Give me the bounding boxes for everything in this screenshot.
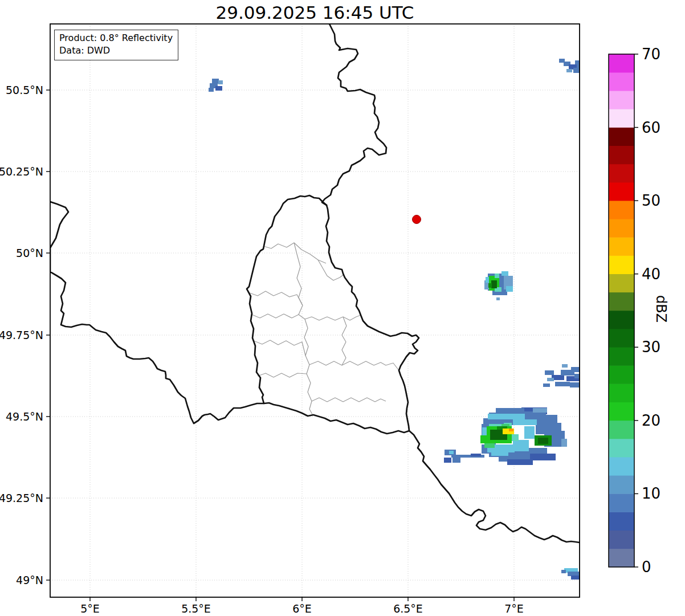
colorbar-segment [609, 72, 634, 91]
radar-echo-cell [491, 451, 508, 456]
radar-echo-cell [530, 454, 556, 460]
radar-echo-cell [571, 367, 580, 372]
radar-echo-cell [495, 274, 499, 278]
radar-echo-cell [444, 458, 451, 463]
radar-echo-cell [543, 384, 550, 387]
colorbar-segment [609, 549, 634, 568]
plot-background [50, 24, 580, 597]
product-info-line1: Product: 0.8° Reflectivity [59, 32, 173, 44]
radar-echo-cell [555, 382, 570, 386]
radar-echo-cell [538, 438, 548, 444]
radar-echo-cell [566, 69, 572, 72]
colorbar-segment [609, 439, 634, 458]
radar-echo-cell [218, 80, 223, 84]
radar-echo-cell [570, 382, 580, 387]
colorbar-segment [609, 475, 634, 494]
product-info-line2: Data: DWD [59, 44, 173, 57]
radar-echo-cell [488, 414, 525, 419]
colorbar-segment [609, 292, 634, 311]
radar-echo-cell [506, 286, 513, 292]
radar-echo-cell [501, 271, 508, 276]
radar-echo-cell [496, 297, 500, 300]
colorbar-tick-label: 30 [642, 338, 660, 356]
radar-echo-cell [452, 456, 460, 463]
radar-echo-cell [561, 439, 567, 447]
radar-echo-cell [507, 459, 533, 465]
radar-echo-cell [524, 426, 535, 439]
y-tick-label: 50°N [16, 247, 43, 259]
map-canvas: 5°E5.5°E6°E6.5°E7°E50.5°N50.25°N50°N49.7… [0, 0, 685, 616]
y-tick-label: 49.25°N [0, 492, 43, 504]
x-tick-label: 6.5°E [393, 602, 423, 615]
radar-echo-cell [509, 429, 513, 431]
colorbar-segment [609, 164, 634, 183]
colorbar-segment [609, 365, 634, 384]
colorbar-segment [609, 255, 634, 274]
radar-echo-cell [471, 454, 481, 456]
colorbar-tick-label: 20 [642, 412, 660, 429]
y-tick-label: 49°N [16, 574, 43, 586]
radar-echo-cell [561, 570, 566, 573]
colorbar-tick-label: 70 [642, 46, 660, 63]
colorbar-segment [609, 54, 634, 73]
radar-echo-cell [547, 378, 554, 381]
colorbar-segment [609, 457, 634, 476]
radar-echo-cell [545, 370, 554, 375]
colorbar-segment [609, 421, 634, 439]
colorbar-tick-label: 0 [642, 558, 651, 576]
colorbar-segment [609, 201, 634, 219]
x-tick-label: 5°E [80, 602, 100, 615]
colorbar-tick-label: 40 [642, 266, 660, 283]
radar-echo-cell [513, 440, 529, 451]
y-tick-label: 49.5°N [6, 410, 43, 423]
colorbar-segment [609, 493, 634, 512]
radar-echo-cell [562, 364, 568, 368]
colorbar-segment [609, 402, 634, 421]
colorbar-segment [609, 329, 634, 348]
radar-echo-cell [212, 79, 219, 84]
radar-figure: 29.09.2025 16:45 UTC Product: 0.8° Refle… [0, 0, 685, 616]
radar-echo-cell [209, 88, 214, 92]
y-tick-label: 49.75°N [0, 329, 43, 341]
colorbar-segment [609, 512, 634, 531]
colorbar-segment [609, 384, 634, 402]
y-tick-label: 50.25°N [0, 165, 43, 178]
colorbar-segment [609, 219, 634, 238]
colorbar-segment [609, 530, 634, 549]
colorbar-tick-label: 10 [642, 485, 660, 502]
radar-echo-cell [574, 374, 580, 378]
colorbar-segment [609, 182, 634, 201]
x-tick-label: 6°E [292, 602, 312, 615]
radar-echo-cell [571, 576, 580, 580]
radar-echo-cell [533, 408, 547, 413]
colorbar-tick-label: 50 [642, 192, 660, 209]
radar-echo-cell [449, 451, 454, 454]
radar-echo-cell [513, 419, 537, 425]
radar-echo-cell [480, 435, 490, 443]
colorbar-segment [609, 237, 634, 256]
radar-echo-cell [568, 572, 580, 576]
colorbar-segment [609, 311, 634, 329]
colorbar-segment [609, 109, 634, 128]
colorbar-tick-label: 60 [642, 119, 660, 136]
colorbar-segment [609, 145, 634, 164]
colorbar-segment [609, 91, 634, 109]
radar-echo-cell [215, 86, 222, 91]
x-tick-label: 5.5°E [181, 602, 211, 615]
product-info-box: Product: 0.8° Reflectivity Data: DWD [54, 30, 178, 60]
radar-site-dot [413, 215, 421, 224]
colorbar-segment [609, 274, 634, 292]
radar-echo-cell [491, 280, 497, 288]
y-tick-label: 50.5°N [6, 84, 43, 96]
radar-echo-cell [488, 283, 492, 288]
radar-echo-cell [573, 68, 580, 73]
colorbar-segment [609, 347, 634, 366]
colorbar-segment [609, 127, 634, 146]
x-tick-label: 7°E [504, 602, 524, 615]
colorbar-unit-label: dBZ [653, 295, 669, 323]
